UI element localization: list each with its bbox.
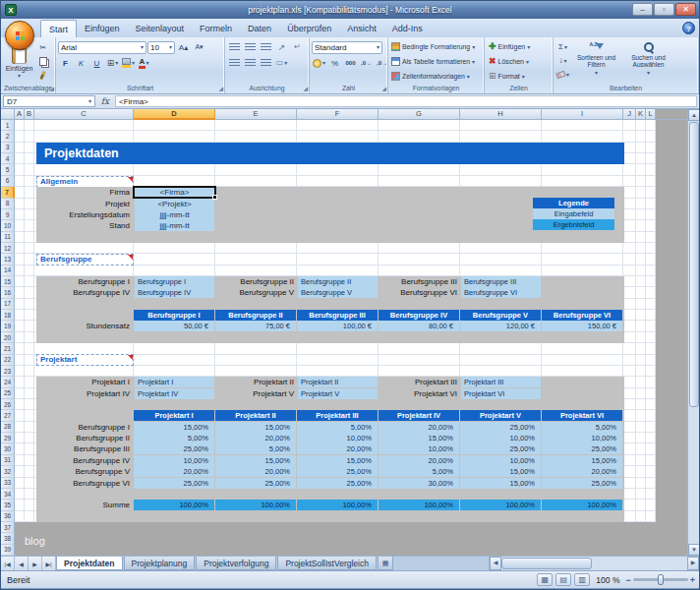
berufsgruppe-name-cell-1[interactable]: Berufsgruppe II bbox=[298, 276, 378, 287]
fill-button[interactable]: ↓▾ bbox=[555, 54, 570, 67]
number-format-select[interactable]: Standard▾ bbox=[312, 41, 382, 54]
format-cells-button[interactable]: ⊞ Format▾ bbox=[487, 69, 551, 84]
row-header-19[interactable]: 19 bbox=[1, 321, 15, 331]
rate-header-0[interactable]: Berufsgruppe I bbox=[134, 310, 214, 321]
scroll-down-icon[interactable]: ▼ bbox=[688, 544, 700, 556]
page-layout-view-button[interactable]: ▤ bbox=[555, 573, 571, 586]
row-header-22[interactable]: 22 bbox=[1, 355, 15, 366]
font-dialog-launcher[interactable]: ◢ bbox=[218, 85, 223, 92]
zoom-out-icon[interactable]: − bbox=[625, 575, 630, 585]
vertical-scroll-thumb[interactable] bbox=[689, 122, 699, 407]
matrix-value-4-5[interactable]: 20,00% bbox=[542, 466, 622, 477]
previous-sheet-button[interactable]: ◀ bbox=[15, 557, 29, 570]
italic-button[interactable]: K bbox=[74, 57, 88, 70]
ribbon-tab-formeln[interactable]: Formeln bbox=[192, 20, 240, 37]
sheet-tab-projektsollistvergleich[interactable]: ProjektSollIstVergleich bbox=[277, 557, 377, 570]
scroll-left-icon[interactable]: ◀ bbox=[490, 557, 501, 570]
row-header-36[interactable]: 36 bbox=[1, 511, 15, 522]
horizontal-scroll-track[interactable] bbox=[592, 557, 687, 570]
row-header-14[interactable]: 14 bbox=[1, 266, 15, 276]
rate-value-1[interactable]: 75,00 € bbox=[215, 321, 296, 331]
format-painter-button[interactable] bbox=[35, 69, 50, 82]
projektart-name-cell-0[interactable]: Projektart I bbox=[135, 377, 214, 387]
column-header-E[interactable]: E bbox=[215, 109, 297, 120]
matrix-value-5-2[interactable]: 25,00% bbox=[297, 478, 378, 489]
align-center-button[interactable] bbox=[243, 57, 258, 70]
matrix-value-1-1[interactable]: 20,00% bbox=[215, 433, 296, 443]
matrix-value-3-2[interactable]: 15,00% bbox=[297, 455, 378, 466]
matrix-value-2-0[interactable]: 25,00% bbox=[134, 443, 214, 454]
row-header-39[interactable]: 39 bbox=[1, 545, 15, 556]
row-header-8[interactable]: 8 bbox=[1, 199, 15, 209]
row-header-33[interactable]: 33 bbox=[1, 478, 15, 489]
font-name-select[interactable]: Arial▾ bbox=[58, 41, 146, 54]
berufsgruppe-name-cell-5[interactable]: Berufsgruppe VI bbox=[461, 287, 541, 298]
sheet-tab-projektverfolgung[interactable]: Projektverfolgung bbox=[196, 557, 276, 570]
row-header-15[interactable]: 15 bbox=[1, 276, 15, 287]
insert-worksheet-tab[interactable]: ▦ bbox=[378, 557, 393, 570]
decrease-decimal-button[interactable]: ,0 bbox=[375, 57, 389, 70]
bold-button[interactable]: F bbox=[58, 57, 73, 70]
matrix-value-0-0[interactable]: 15,00% bbox=[134, 422, 214, 433]
font-color-button[interactable]: A▾ bbox=[137, 57, 151, 70]
fill-color-button[interactable]: ▾ bbox=[121, 57, 136, 70]
row-header-34[interactable]: 34 bbox=[1, 489, 15, 500]
row-header-32[interactable]: 32 bbox=[1, 466, 15, 477]
row-header-28[interactable]: 28 bbox=[1, 422, 15, 433]
row-header-37[interactable]: 37 bbox=[1, 522, 15, 533]
maximize-button[interactable]: ▫ bbox=[654, 3, 674, 16]
sheet-tab-projektdaten[interactable]: Projektdaten bbox=[56, 557, 123, 570]
matrix-value-3-5[interactable]: 15,00% bbox=[542, 455, 622, 466]
zoom-level[interactable]: 100 % bbox=[596, 575, 619, 585]
rate-value-4[interactable]: 120,00 € bbox=[460, 321, 541, 331]
ribbon-tab-start[interactable]: Start bbox=[40, 20, 77, 37]
matrix-header-0[interactable]: Projektart I bbox=[134, 410, 214, 421]
general-field-value-2[interactable]: jjjj-mm-tt bbox=[135, 209, 214, 220]
rate-value-3[interactable]: 80,00 € bbox=[379, 321, 459, 331]
close-button[interactable]: ✕ bbox=[675, 3, 696, 16]
column-header-I[interactable]: I bbox=[542, 109, 623, 120]
column-header-C[interactable]: C bbox=[34, 109, 134, 120]
delete-cells-button[interactable]: ✖ Löschen▾ bbox=[487, 54, 551, 69]
column-header-D[interactable]: D bbox=[134, 109, 215, 120]
column-header-K[interactable]: K bbox=[636, 109, 646, 120]
matrix-value-3-3[interactable]: 20,00% bbox=[379, 455, 459, 466]
row-header-2[interactable]: 2 bbox=[1, 131, 15, 142]
next-sheet-button[interactable]: ▶ bbox=[29, 557, 42, 570]
matrix-value-1-3[interactable]: 15,00% bbox=[379, 433, 459, 443]
wrap-text-button[interactable]: ↵ bbox=[290, 41, 305, 54]
matrix-header-2[interactable]: Projektart III bbox=[297, 410, 378, 421]
row-header-21[interactable]: 21 bbox=[1, 343, 15, 354]
matrix-value-4-4[interactable]: 15,00% bbox=[460, 466, 541, 477]
row-header-11[interactable]: 11 bbox=[1, 232, 15, 243]
matrix-header-1[interactable]: Projektart II bbox=[215, 410, 296, 421]
borders-button[interactable]: ⊞▾ bbox=[105, 57, 120, 70]
rate-header-2[interactable]: Berufsgruppe III bbox=[297, 310, 378, 321]
row-header-13[interactable]: 13 bbox=[1, 254, 15, 265]
underline-button[interactable]: U bbox=[89, 57, 104, 70]
matrix-value-2-5[interactable]: 25,00% bbox=[542, 443, 622, 454]
office-button[interactable] bbox=[5, 21, 34, 50]
zoom-in-icon[interactable]: + bbox=[690, 575, 695, 585]
sum-value-3[interactable]: 100,00% bbox=[379, 500, 459, 510]
matrix-value-2-3[interactable]: 10,00% bbox=[379, 443, 459, 454]
sum-value-1[interactable]: 100,00% bbox=[215, 500, 296, 510]
clipboard-dialog-launcher[interactable]: ◢ bbox=[49, 85, 54, 92]
matrix-value-5-1[interactable]: 25,00% bbox=[215, 478, 296, 489]
shrink-font-button[interactable]: A▾ bbox=[192, 41, 206, 54]
row-header-35[interactable]: 35 bbox=[1, 500, 15, 510]
percent-format-button[interactable]: % bbox=[327, 57, 342, 70]
thousands-format-button[interactable]: 000 bbox=[343, 57, 358, 70]
name-box[interactable]: D7 ▾ bbox=[3, 95, 95, 107]
matrix-value-0-2[interactable]: 5,00% bbox=[297, 422, 378, 433]
column-header-H[interactable]: H bbox=[460, 109, 542, 120]
select-all-button[interactable] bbox=[1, 109, 15, 120]
rate-value-0[interactable]: 50,00 € bbox=[134, 321, 214, 331]
row-header-3[interactable]: 3 bbox=[1, 143, 15, 153]
column-header-L[interactable]: L bbox=[646, 109, 656, 120]
align-right-button[interactable] bbox=[259, 57, 273, 70]
matrix-value-0-1[interactable]: 15,00% bbox=[215, 422, 296, 433]
scroll-up-icon[interactable]: ▲ bbox=[688, 109, 700, 121]
matrix-value-4-2[interactable]: 25,00% bbox=[297, 466, 378, 477]
sum-value-2[interactable]: 100,00% bbox=[297, 500, 378, 510]
